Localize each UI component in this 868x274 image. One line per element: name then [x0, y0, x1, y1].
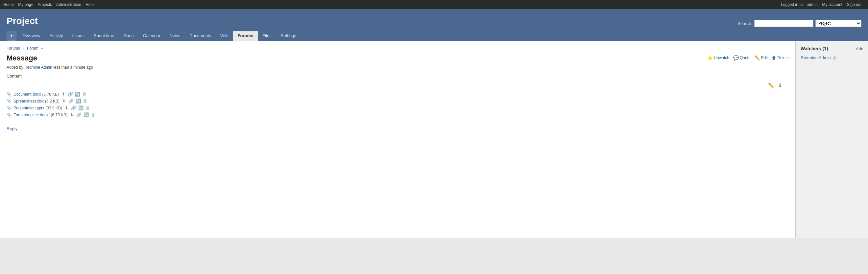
delete-button[interactable]: 🗑 Delete: [772, 55, 789, 61]
trash-icon: 🗑: [772, 55, 776, 61]
attachment-actions-0: 🔗 🔄 🗑: [68, 92, 87, 97]
attachment-refresh-icon-3[interactable]: 🔄: [84, 112, 89, 117]
tab-overview[interactable]: Overview: [18, 31, 45, 41]
add-watcher-button[interactable]: Add: [856, 46, 863, 51]
attachment-row: 📎 Spreadsheet.xlsx (6.2 KB) ⬇ 🔗 🔄 🗑: [7, 98, 789, 104]
attachment-refresh-icon-1[interactable]: 🔄: [75, 99, 81, 103]
added-by-user[interactable]: Redmine Admin: [24, 65, 52, 70]
header: Project Search: Project All Projects + O…: [0, 9, 868, 41]
paperclip-icon: 📎: [7, 99, 11, 103]
new-object-button[interactable]: +: [7, 31, 17, 41]
delete-label: Delete: [777, 56, 789, 60]
project-title: Project: [7, 12, 861, 28]
attachment-name-2[interactable]: Presentation.pptx: [13, 106, 44, 110]
attachment-delete-icon-0[interactable]: 🗑: [82, 92, 87, 97]
attachment-download-1[interactable]: ⬇: [62, 99, 66, 103]
my-account-link[interactable]: My account: [822, 2, 842, 7]
sign-out-link[interactable]: Sign out: [847, 2, 861, 7]
logged-in-username[interactable]: admin: [807, 2, 818, 7]
breadcrumb-forum[interactable]: Forum: [27, 46, 38, 50]
attachment-download-3[interactable]: ⬇: [70, 112, 74, 117]
tab-spent-time[interactable]: Spent time: [89, 31, 119, 41]
tab-wiki[interactable]: Wiki: [216, 31, 233, 41]
attachment-link-icon-3[interactable]: 🔗: [76, 112, 82, 117]
breadcrumb-sep1: »: [22, 46, 25, 50]
attachment-actions-3: 🔗 🔄 🗑: [76, 112, 95, 117]
attachment-size-1: (6.2 KB): [45, 99, 60, 103]
logged-in-label: Logged in as: [781, 2, 804, 7]
content-wrapper: Forums » Forum » Message ⭐ Unwatch 💬 Quo…: [0, 41, 868, 238]
attachment-name-0[interactable]: Document.docx: [13, 92, 41, 97]
unwatch-label: Unwatch: [714, 56, 729, 60]
tab-issues[interactable]: Issues: [68, 31, 89, 41]
attachments-list: 📎 Document.docx (6.78 KB) ⬇ 🔗 🔄 🗑 📎 Spre…: [7, 91, 789, 118]
edit-button[interactable]: ✏️ Edit: [754, 55, 768, 61]
reply-link[interactable]: Reply: [7, 126, 18, 131]
message-download-icon[interactable]: ⬇: [778, 82, 782, 89]
attachment-size-0: (6.78 KB): [42, 92, 59, 97]
search-input[interactable]: [754, 20, 813, 27]
attachment-refresh-icon-2[interactable]: 🔄: [78, 105, 84, 110]
quote-icon: 💬: [733, 55, 739, 61]
attachment-actions-1: 🔗 🔄 🗑: [68, 99, 87, 103]
breadcrumb: Forums » Forum »: [7, 46, 789, 50]
watcher-row: Redmine Admin 🗑: [801, 55, 863, 61]
attachment-row: 📎 Document.docx (6.78 KB) ⬇ 🔗 🔄 🗑: [7, 91, 789, 98]
attachment-link-icon-0[interactable]: 🔗: [68, 92, 73, 97]
attachment-name-1[interactable]: Spreadsheet.xlsx: [13, 99, 44, 103]
main-content: Forums » Forum » Message ⭐ Unwatch 💬 Quo…: [0, 41, 796, 238]
search-scope-select[interactable]: Project All Projects: [815, 20, 861, 27]
nav-help[interactable]: Help: [86, 2, 94, 7]
paperclip-icon: 📎: [7, 106, 11, 110]
content-label: Content: [7, 74, 789, 78]
attachment-name-3[interactable]: Form template.docxf: [13, 113, 49, 117]
attachment-refresh-icon-0[interactable]: 🔄: [75, 92, 80, 97]
unwatch-button[interactable]: ⭐ Unwatch: [707, 55, 729, 61]
tab-activity[interactable]: Activity: [45, 31, 67, 41]
tab-documents[interactable]: Documents: [185, 31, 216, 41]
attachment-link-icon-1[interactable]: 🔗: [68, 99, 74, 103]
search-label: Search:: [738, 21, 752, 26]
added-by-time: less than a minute: [53, 65, 85, 70]
breadcrumb-forums[interactable]: Forums: [7, 46, 20, 50]
nav-administration[interactable]: Administration: [56, 2, 81, 7]
tab-settings[interactable]: Settings: [276, 31, 301, 41]
attachment-delete-icon-2[interactable]: 🗑: [86, 105, 90, 110]
message-title: Message: [7, 54, 37, 62]
edit-icon: ✏️: [754, 55, 760, 61]
message-edit-icon[interactable]: ✏️: [768, 82, 775, 89]
attachment-download-0[interactable]: ⬇: [61, 92, 65, 97]
page-wrapper: Forums » Forum » Message ⭐ Unwatch 💬 Quo…: [0, 41, 868, 238]
tab-forums[interactable]: Forums: [233, 31, 258, 41]
top-nav-left: Home My page Projects Administration Hel…: [3, 2, 97, 7]
attachment-size-2: (33.9 KB): [45, 106, 62, 110]
attachment-link-icon-2[interactable]: 🔗: [71, 105, 76, 110]
added-by-prefix: Added by: [7, 65, 23, 70]
edit-label: Edit: [761, 56, 768, 60]
nav-home[interactable]: Home: [3, 2, 14, 7]
star-icon: ⭐: [707, 55, 713, 61]
message-edit-area: ✏️ ⬇: [7, 82, 789, 89]
nav-projects[interactable]: Projects: [38, 2, 52, 7]
attachment-download-2[interactable]: ⬇: [65, 105, 68, 110]
tab-gantt[interactable]: Gantt: [119, 31, 138, 41]
paperclip-icon: 📎: [7, 92, 11, 97]
watchers-header: Watchers (1) Add: [801, 46, 863, 51]
top-navigation: Home My page Projects Administration Hel…: [0, 0, 868, 9]
added-by-suffix: ago: [87, 65, 93, 70]
breadcrumb-sep2: »: [41, 46, 43, 50]
attachment-delete-icon-1[interactable]: 🗑: [83, 99, 87, 103]
nav-mypage[interactable]: My page: [18, 2, 33, 7]
message-header: Message ⭐ Unwatch 💬 Quote ✏️ Edit: [7, 54, 789, 62]
tab-calendar[interactable]: Calendar: [138, 31, 165, 41]
attachment-delete-icon-3[interactable]: 🗑: [91, 112, 95, 117]
watcher-remove-icon-0[interactable]: 🗑: [833, 56, 837, 60]
tab-files[interactable]: Files: [258, 31, 276, 41]
attachment-size-3: (6.79 KB): [51, 113, 67, 117]
main-navigation: + Overview Activity Issues Spent time Ga…: [7, 31, 861, 41]
tab-news[interactable]: News: [165, 31, 185, 41]
sidebar: Watchers (1) Add Redmine Admin 🗑: [796, 41, 868, 238]
added-by: Added by Redmine Admin less than a minut…: [7, 65, 789, 70]
watcher-name-0[interactable]: Redmine Admin: [801, 55, 831, 60]
quote-button[interactable]: 💬 Quote: [733, 55, 751, 61]
